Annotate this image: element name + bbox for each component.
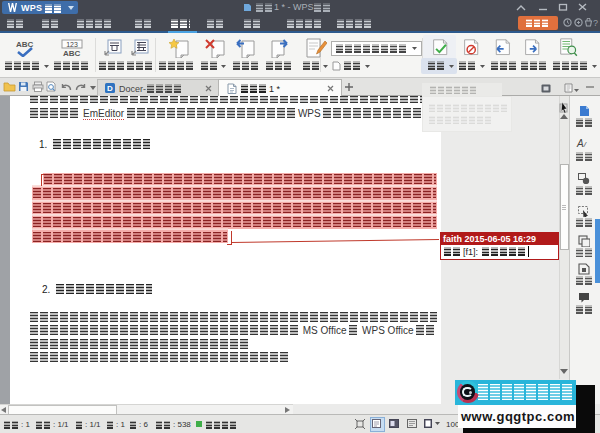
svg-text:D: D — [107, 84, 113, 93]
svg-text:123: 123 — [66, 41, 78, 48]
